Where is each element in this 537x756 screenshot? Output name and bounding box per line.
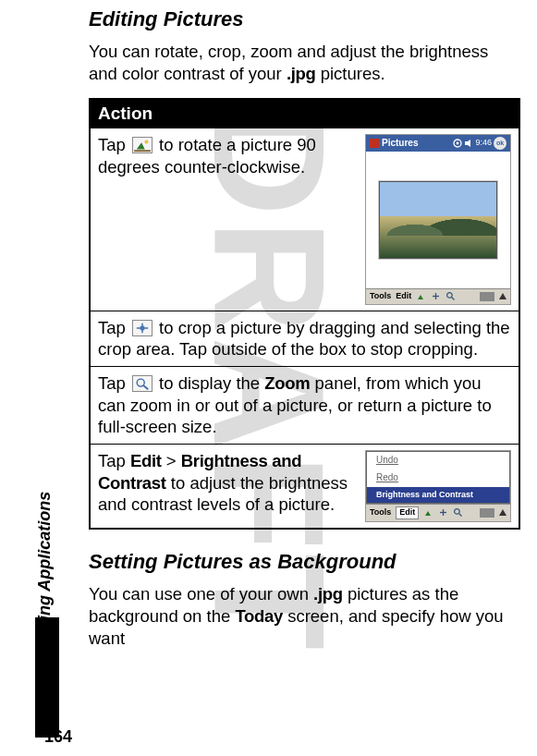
zoom-mini-icon	[445, 291, 456, 301]
app-toolbar: Tools Edit	[366, 288, 510, 304]
text: Tap	[98, 451, 130, 470]
action-table: Action Tap to rotate a picture 90 degree…	[89, 98, 520, 530]
start-flag-icon	[370, 139, 379, 148]
background-intro-paragraph: You can use one of your own .jpg picture…	[89, 583, 520, 650]
jpg-extension: .jpg	[313, 584, 343, 604]
pictures-app-screenshot: Pictures 9:46 ok	[365, 134, 511, 305]
edit-menu-popup: Undo Redo Brightness and Contrast	[366, 451, 510, 504]
svg-point-4	[457, 142, 459, 145]
table-row: Tap to display the Zoom panel, from whic…	[90, 366, 519, 444]
row-crop-text: Tap to crop a picture by dragging and se…	[90, 311, 519, 366]
svg-marker-0	[137, 142, 145, 149]
status-icons: 9:46 ok	[453, 137, 506, 150]
crop-mini-icon	[431, 291, 441, 301]
edit-menu-active: Edit	[396, 506, 419, 519]
svg-marker-16	[425, 511, 431, 516]
editing-intro-paragraph: You can rotate, crop, zoom and adjust th…	[89, 41, 520, 85]
crop-mini-icon	[438, 507, 448, 518]
ok-button: ok	[494, 137, 506, 150]
text: to display the	[154, 373, 264, 393]
rotate-mini-icon	[416, 291, 426, 301]
heading-editing-pictures: Editing Pictures	[89, 7, 520, 31]
table-row: Tap Edit > Brightness and Contrast to ad…	[90, 444, 519, 528]
volume-icon	[464, 139, 473, 148]
text: Redo	[376, 472, 398, 482]
text: You can use one of your own	[89, 584, 313, 604]
svg-point-9	[447, 293, 453, 299]
landscape-photo	[379, 181, 497, 259]
crop-icon	[132, 320, 153, 336]
app-body	[366, 152, 510, 288]
clock-time: 9:46	[475, 138, 492, 149]
edit-menu: Edit	[396, 291, 411, 302]
keyboard-icon	[480, 508, 494, 518]
svg-marker-5	[465, 140, 470, 147]
jpg-extension: .jpg	[287, 64, 316, 83]
row-rotate-text: Tap to rotate a picture 90 degrees count…	[98, 134, 358, 177]
text: Tap	[98, 318, 130, 337]
row-zoom-text: Tap to display the Zoom panel, from whic…	[90, 366, 519, 444]
svg-point-19	[455, 509, 460, 515]
table-row: Tap to crop a picture by dragging and se…	[90, 311, 519, 366]
tools-menu: Tools	[370, 291, 391, 302]
edit-menu-screenshot: Undo Redo Brightness and Contrast Tools …	[365, 450, 511, 522]
up-arrow-icon	[499, 293, 506, 299]
app-title-bar: Pictures 9:46 ok	[366, 135, 510, 152]
svg-line-10	[452, 298, 455, 300]
zoom-mini-icon	[453, 507, 463, 518]
svg-rect-2	[134, 150, 151, 152]
side-section-label: Using Applications	[35, 492, 55, 641]
zoom-icon	[132, 375, 153, 392]
svg-point-14	[137, 379, 144, 386]
svg-line-20	[459, 514, 462, 517]
today-label: Today	[235, 606, 283, 626]
up-arrow-icon	[499, 509, 506, 516]
row-brightness-text: Tap Edit > Brightness and Contrast to ad…	[98, 450, 358, 516]
edit-menu-toolbar: Tools Edit	[366, 504, 510, 521]
heading-setting-background: Setting Pictures as Background	[89, 550, 520, 574]
text: >	[162, 451, 181, 470]
action-header: Action	[90, 99, 519, 128]
app-title: Pictures	[382, 138, 450, 150]
svg-line-15	[143, 385, 148, 389]
table-row: Tap to rotate a picture 90 degrees count…	[90, 128, 519, 311]
zoom-label: Zoom	[264, 373, 310, 393]
svg-marker-6	[418, 295, 423, 299]
text: to crop a picture by dragging and select…	[98, 318, 510, 360]
signal-icon	[453, 139, 462, 148]
edit-label: Edit	[130, 451, 162, 470]
page-content: Editing Pictures You can rotate, crop, z…	[0, 0, 537, 650]
rotate-icon	[132, 137, 153, 153]
menu-brightness-contrast: Brightness and Contrast	[367, 487, 509, 504]
text: Tap	[98, 135, 130, 154]
rotate-mini-icon	[423, 507, 433, 518]
text: pictures.	[316, 64, 385, 83]
keyboard-icon	[480, 292, 494, 301]
tools-menu: Tools	[370, 507, 391, 518]
text: Undo	[376, 455, 398, 465]
text: to rotate a picture 90 degrees counter-c…	[98, 135, 316, 177]
menu-undo: Undo	[367, 452, 509, 469]
menu-redo: Redo	[367, 469, 509, 487]
text: Tap	[98, 373, 130, 393]
svg-point-1	[144, 140, 148, 143]
